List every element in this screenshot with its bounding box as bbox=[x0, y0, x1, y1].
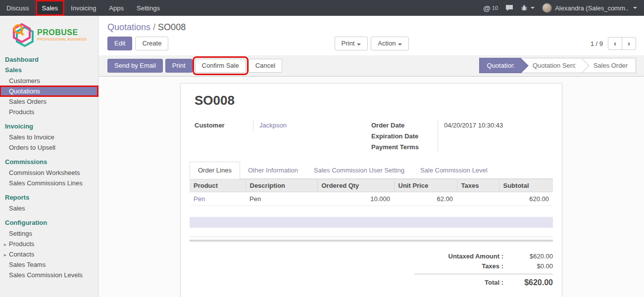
top-navbar: Discuss Sales Invoicing Apps Settings @ … bbox=[0, 0, 644, 16]
order-lines-table: Product Description Ordered Qty Unit Pri… bbox=[190, 179, 553, 206]
tab-order-lines[interactable]: Order Lines bbox=[190, 162, 240, 179]
customer-value-link[interactable]: Jackpson bbox=[253, 120, 371, 131]
sidebar-item-sales-commissions-lines[interactable]: Sales Commissions Lines bbox=[0, 178, 98, 188]
tab-sales-commission-user-setting[interactable]: Sales Commission User Setting bbox=[306, 162, 412, 178]
sidebar-section-commissions[interactable]: Commissions bbox=[0, 157, 98, 168]
menu-apps[interactable]: Apps bbox=[102, 0, 130, 16]
document-sheet: SO008 Customer Jackpson Order Date 04/20… bbox=[180, 83, 562, 297]
column-header-description[interactable]: Description bbox=[246, 179, 317, 192]
activities-count-badge: 10 bbox=[492, 5, 498, 11]
divider-thin bbox=[190, 237, 553, 237]
action-dropdown-label: Action bbox=[378, 40, 396, 47]
app-body: PROBUSE PROFESSIONAL BUSINESS Dashboard … bbox=[0, 16, 644, 297]
user-menu[interactable]: Alexandra (Sales_comm.. bbox=[542, 3, 637, 13]
probuse-logo[interactable]: PROBUSE PROFESSIONAL BUSINESS bbox=[0, 16, 98, 55]
sidebar-item-sales-orders[interactable]: Sales Orders bbox=[0, 96, 98, 107]
sidebar-section-configuration[interactable]: Configuration bbox=[0, 218, 98, 228]
sidebar-section-dashboard[interactable]: Dashboard bbox=[0, 55, 98, 65]
action-dropdown-button[interactable]: Action bbox=[371, 37, 409, 50]
sidebar-section-invoicing[interactable]: Invoicing bbox=[0, 122, 98, 132]
field-order-date: Order Date 04/20/2017 10:30:43 bbox=[371, 120, 548, 131]
control-panel-buttons: Edit Create Print Action 1 / 9 ‹ › bbox=[99, 35, 644, 55]
untaxed-amount-label: Untaxed Amount : bbox=[414, 252, 503, 261]
taxes-row: Taxes : $0.00 bbox=[414, 261, 553, 271]
sidebar-item-config-products[interactable]: ▸Products bbox=[0, 239, 98, 249]
left-button-group: Edit Create bbox=[107, 37, 335, 50]
main-panel: Quotations / SO008 Edit Create Print Act… bbox=[99, 16, 644, 297]
column-header-ordered-qty[interactable]: Ordered Qty bbox=[317, 179, 394, 192]
menu-sales[interactable]: Sales bbox=[36, 0, 65, 16]
sidebar-item-config-contacts[interactable]: ▸Contacts bbox=[0, 249, 98, 259]
order-line-product[interactable]: Pen bbox=[190, 192, 246, 206]
order-lines-header-row: Product Description Ordered Qty Unit Pri… bbox=[190, 179, 553, 192]
taxes-value: $0.00 bbox=[503, 261, 553, 271]
pager-previous-button[interactable]: ‹ bbox=[608, 37, 622, 50]
probuse-logo-icon bbox=[11, 22, 34, 47]
breadcrumb-parent-link[interactable]: Quotations bbox=[107, 22, 150, 32]
tab-sale-commission-level[interactable]: Sale Commission Level bbox=[412, 162, 495, 178]
sidebar-section-sales[interactable]: Sales bbox=[0, 65, 98, 76]
print-dropdown-button[interactable]: Print bbox=[335, 37, 368, 50]
column-header-unit-price[interactable]: Unit Price bbox=[394, 179, 457, 192]
print-button[interactable]: Print bbox=[165, 59, 193, 73]
sidebar-item-sales-to-invoice[interactable]: Sales to Invoice bbox=[0, 132, 98, 142]
order-date-value: 04/20/2017 10:30:43 bbox=[438, 120, 548, 131]
chevron-down-icon bbox=[398, 43, 402, 45]
sidebar-item-products[interactable]: Products bbox=[0, 107, 98, 117]
statusbar: Send by Email Print Confirm Sale Cancel … bbox=[99, 55, 644, 77]
pager-next-button[interactable]: › bbox=[622, 37, 636, 50]
user-name: Alexandra (Sales_comm.. bbox=[555, 4, 629, 12]
form-view-content: SO008 Customer Jackpson Order Date 04/20… bbox=[99, 77, 644, 297]
send-by-email-button[interactable]: Send by Email bbox=[107, 59, 163, 73]
create-button[interactable]: Create bbox=[135, 37, 168, 50]
tab-other-information[interactable]: Other Information bbox=[240, 162, 306, 178]
chat-bubble-icon bbox=[505, 4, 513, 11]
breadcrumb-separator: / bbox=[153, 22, 158, 32]
messages-button[interactable] bbox=[505, 4, 513, 11]
probuse-logo-text: PROBUSE PROFESSIONAL BUSINESS bbox=[37, 28, 87, 41]
activities-button[interactable]: @ 10 bbox=[483, 4, 498, 12]
field-group-left: Customer Jackpson bbox=[195, 120, 371, 153]
column-header-product[interactable]: Product bbox=[190, 179, 246, 192]
menu-settings[interactable]: Settings bbox=[130, 0, 166, 16]
sidebar-section-reports[interactable]: Reports bbox=[0, 193, 98, 203]
status-step-quotation-sent[interactable]: Quotation Sent bbox=[521, 58, 582, 73]
document-title: SO008 bbox=[195, 93, 548, 107]
sidebar-item-label: Contacts bbox=[9, 251, 34, 258]
status-step-sales-order[interactable]: Sales Order bbox=[582, 58, 636, 73]
sidebar-item-config-settings[interactable]: Settings bbox=[0, 228, 98, 239]
column-header-taxes[interactable]: Taxes bbox=[457, 179, 499, 192]
menu-invoicing[interactable]: Invoicing bbox=[64, 0, 102, 16]
edit-button[interactable]: Edit bbox=[107, 37, 132, 50]
cancel-button[interactable]: Cancel bbox=[248, 59, 282, 73]
sidebar-item-sales-commission-levels[interactable]: Sales Commission Levels bbox=[0, 270, 98, 280]
breadcrumb-current: SO008 bbox=[158, 22, 186, 32]
center-button-group: Print Action bbox=[335, 37, 409, 50]
order-line-ordered-qty: 10.000 bbox=[317, 192, 394, 206]
column-header-subtotal[interactable]: Subtotal bbox=[499, 179, 553, 192]
bug-icon bbox=[521, 4, 528, 11]
debug-menu-button[interactable] bbox=[521, 4, 535, 11]
notebook-tabs: Order Lines Other Information Sales Comm… bbox=[190, 162, 553, 179]
divider-thick bbox=[190, 240, 553, 242]
expiration-date-label: Expiration Date bbox=[371, 131, 438, 142]
order-line-row[interactable]: Pen Pen 10.000 62.00 620.00 bbox=[190, 192, 553, 206]
sidebar-item-customers[interactable]: Customers bbox=[0, 76, 98, 86]
order-line-taxes bbox=[457, 192, 499, 206]
statusbar-action-buttons: Send by Email Print Confirm Sale Cancel bbox=[107, 59, 479, 73]
status-step-quotation[interactable]: Quotation bbox=[479, 58, 521, 73]
confirm-sale-button[interactable]: Confirm Sale bbox=[195, 59, 246, 73]
field-payment-terms: Payment Terms bbox=[371, 142, 548, 153]
menu-discuss[interactable]: Discuss bbox=[0, 0, 36, 16]
sidebar-item-sales-teams[interactable]: Sales Teams bbox=[0, 259, 98, 270]
sidebar-item-quotations[interactable]: Quotations bbox=[0, 86, 98, 96]
sidebar-item-reports-sales[interactable]: Sales bbox=[0, 203, 98, 213]
sidebar-item-orders-to-upsell[interactable]: Orders to Upsell bbox=[0, 142, 98, 153]
status-steps: Quotation Quotation Sent Sales Order bbox=[479, 58, 636, 73]
customer-label: Customer bbox=[195, 120, 253, 131]
expand-arrow-icon: ▸ bbox=[4, 250, 9, 260]
pager-button-group: ‹ › bbox=[608, 37, 636, 50]
order-line-subtotal: 620.00 bbox=[499, 192, 553, 206]
sidebar-item-commission-worksheets[interactable]: Commission Worksheets bbox=[0, 168, 98, 178]
sidebar: PROBUSE PROFESSIONAL BUSINESS Dashboard … bbox=[0, 16, 99, 297]
